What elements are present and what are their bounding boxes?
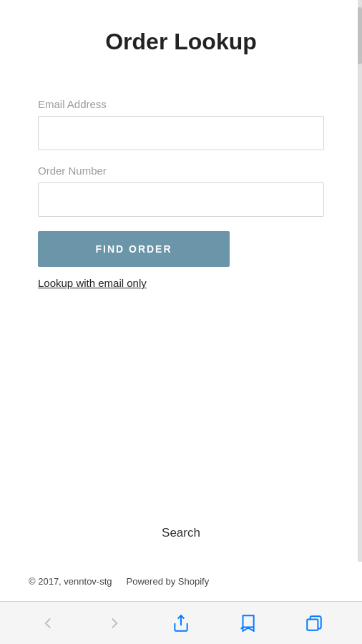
back-button[interactable]: [33, 608, 63, 638]
search-label: Search: [162, 526, 200, 540]
order-number-input[interactable]: [38, 182, 324, 217]
share-button[interactable]: [166, 608, 196, 638]
lookup-email-only-link[interactable]: Lookup with email only: [38, 277, 147, 289]
bookmarks-button[interactable]: [233, 608, 263, 638]
powered-by-link[interactable]: Powered by Shopify: [127, 576, 210, 587]
email-input[interactable]: [38, 116, 324, 150]
order-number-label: Order Number: [38, 165, 324, 177]
email-label: Email Address: [38, 98, 324, 110]
find-order-button[interactable]: FIND ORDER: [38, 231, 230, 267]
footer: © 2017, venntov-stg Powered by Shopify: [0, 562, 362, 601]
search-section: Search: [29, 526, 333, 562]
page-title: Order Lookup: [29, 29, 333, 55]
browser-toolbar: [0, 601, 362, 644]
svg-rect-1: [308, 619, 318, 630]
copyright-text: © 2017, venntov-stg: [29, 576, 112, 587]
tabs-button[interactable]: [299, 608, 329, 638]
order-lookup-form: Email Address Order Number FIND ORDER Lo…: [38, 98, 324, 290]
forward-button[interactable]: [99, 608, 129, 638]
